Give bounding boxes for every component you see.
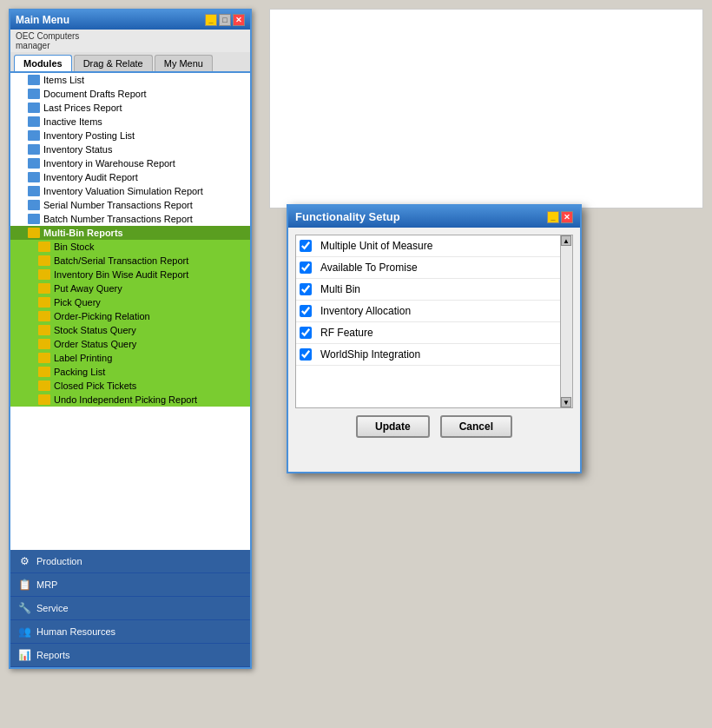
item-icon: [38, 394, 50, 405]
item-icon: [38, 325, 50, 335]
menu-content: Items List Document Drafts Report Last P…: [10, 73, 250, 617]
nav-production[interactable]: ⚙ Production: [10, 550, 250, 573]
list-item[interactable]: Pick Query: [10, 295, 250, 309]
dialog-content: Multiple Unit of Measure Available To Pr…: [296, 235, 560, 407]
production-icon: ⚙: [17, 554, 31, 568]
list-item[interactable]: Put Away Query: [10, 281, 250, 295]
checkbox-available-to-promise[interactable]: [300, 261, 312, 274]
item-icon: [28, 172, 40, 182]
dialog-close-button[interactable]: ✕: [561, 211, 573, 223]
list-item[interactable]: Last Prices Report: [10, 101, 250, 115]
checkbox-row-5: WorldShip Integration: [296, 344, 560, 366]
item-icon: [38, 255, 50, 266]
list-item[interactable]: Inventory Audit Report: [10, 170, 250, 184]
item-icon: [38, 297, 50, 308]
item-icon: [38, 269, 50, 280]
main-menu-title: Main Menu: [16, 14, 69, 26]
list-item[interactable]: Batch/Serial Transaction Report: [10, 254, 250, 268]
multi-bin-section-header[interactable]: Multi-Bin Reports: [10, 226, 250, 240]
close-button[interactable]: ✕: [233, 14, 245, 26]
list-item[interactable]: Stock Status Query: [10, 323, 250, 337]
nav-service[interactable]: 🔧 Service: [10, 597, 250, 620]
list-item[interactable]: Inventory Status: [10, 142, 250, 156]
list-item[interactable]: Bin Stock: [10, 240, 250, 254]
nav-reports[interactable]: 📊 Reports: [10, 644, 250, 667]
cancel-button[interactable]: Cancel: [440, 415, 512, 438]
list-item[interactable]: Closed Pick Tickets: [10, 379, 250, 393]
company-name: OEC Computers manager: [10, 30, 250, 52]
nav-mrp[interactable]: 📋 MRP: [10, 573, 250, 597]
list-item[interactable]: Packing List: [10, 365, 250, 379]
list-item[interactable]: Inventory Bin Wise Audit Report: [10, 268, 250, 281]
item-icon: [28, 144, 40, 155]
main-menu-titlebar: Main Menu _ □ ✕: [10, 10, 250, 30]
main-menu-window: Main Menu _ □ ✕ OEC Computers manager Mo…: [9, 9, 252, 669]
checkbox-row-3: Inventory Allocation: [296, 301, 560, 322]
item-icon: [28, 186, 40, 196]
right-panel: [269, 9, 703, 208]
dialog-titlebar: Functionality Setup _ ✕: [288, 206, 580, 228]
list-item[interactable]: Inventory Posting List: [10, 129, 250, 142]
checkbox-multiple-uom[interactable]: [300, 240, 312, 252]
hr-icon: 👥: [17, 625, 31, 639]
scroll-down-arrow[interactable]: ▼: [561, 397, 571, 407]
service-icon: 🔧: [17, 601, 31, 615]
nav-human-resources[interactable]: 👥 Human Resources: [10, 620, 250, 644]
item-icon: [38, 339, 50, 349]
dialog-controls: _ ✕: [547, 211, 573, 223]
list-item[interactable]: Inactive Items: [10, 115, 250, 129]
item-icon: [38, 283, 50, 294]
checkbox-row-0: Multiple Unit of Measure: [296, 235, 560, 257]
mrp-icon: 📋: [17, 578, 31, 592]
section-icon: [28, 228, 40, 238]
tab-modules[interactable]: Modules: [14, 55, 72, 71]
item-icon: [38, 381, 50, 391]
list-item[interactable]: Inventory Valuation Simulation Report: [10, 184, 250, 198]
checkbox-row-4: RF Feature: [296, 322, 560, 344]
item-icon: [38, 311, 50, 321]
item-icon: [28, 75, 40, 85]
list-item[interactable]: Undo Independent Picking Report: [10, 393, 250, 407]
minimize-button[interactable]: _: [205, 14, 217, 26]
reports-icon: 📊: [17, 648, 31, 662]
list-item[interactable]: Inventory in Warehouse Report: [10, 156, 250, 170]
tab-drag-relate[interactable]: Drag & Relate: [74, 55, 153, 71]
dialog-title: Functionality Setup: [295, 210, 400, 223]
list-item[interactable]: Document Drafts Report: [10, 87, 250, 101]
tab-my-menu[interactable]: My Menu: [155, 55, 213, 71]
checkbox-rf-feature[interactable]: [300, 327, 312, 339]
item-icon: [38, 353, 50, 363]
functionality-setup-dialog: Functionality Setup _ ✕ Multiple Unit of…: [287, 204, 582, 473]
item-icon: [28, 200, 40, 210]
checkbox-row-2: Multi Bin: [296, 279, 560, 301]
list-item[interactable]: Order Status Query: [10, 337, 250, 351]
item-icon: [28, 214, 40, 224]
item-icon: [38, 242, 50, 252]
checkbox-row-1: Available To Promise: [296, 257, 560, 279]
tabs-bar: Modules Drag & Relate My Menu: [10, 52, 250, 73]
update-button[interactable]: Update: [356, 415, 430, 438]
checkbox-inventory-allocation[interactable]: [300, 305, 312, 317]
item-icon: [28, 158, 40, 169]
checkbox-multi-bin[interactable]: [300, 283, 312, 295]
item-icon: [38, 367, 50, 377]
dialog-buttons: Update Cancel: [288, 408, 580, 445]
scroll-up-arrow[interactable]: ▲: [561, 235, 571, 246]
bottom-nav: ⚙ Production 📋 MRP 🔧 Service 👥 Human Res…: [10, 550, 250, 667]
list-item[interactable]: Items List: [10, 73, 250, 87]
item-icon: [28, 116, 40, 127]
list-item[interactable]: Batch Number Transactions Report: [10, 212, 250, 226]
dialog-scrollbar: ▲ ▼: [560, 235, 572, 407]
dialog-minimize-button[interactable]: _: [547, 211, 559, 223]
list-item[interactable]: Serial Number Transactions Report: [10, 198, 250, 212]
list-item[interactable]: Order-Picking Relation: [10, 309, 250, 323]
maximize-button[interactable]: □: [219, 14, 231, 26]
list-item[interactable]: Label Printing: [10, 351, 250, 365]
item-icon: [28, 130, 40, 141]
item-icon: [28, 103, 40, 113]
checkbox-worldship[interactable]: [300, 348, 312, 361]
item-icon: [28, 89, 40, 99]
window-controls: _ □ ✕: [205, 14, 245, 26]
